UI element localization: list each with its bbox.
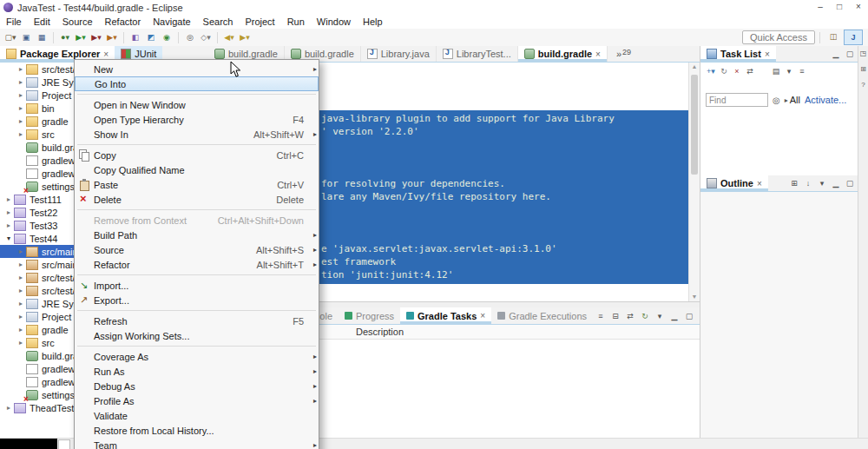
context-menu-item[interactable]: Build Path ▸ xyxy=(75,228,319,242)
minimize-button[interactable]: ▁ xyxy=(669,312,680,320)
back-dropdown[interactable]: ◀▾ xyxy=(222,30,236,44)
toolbar-icon[interactable] xyxy=(53,32,54,43)
expand-arrow-icon[interactable]: ▸ xyxy=(16,274,26,281)
view-menu-icon[interactable]: ▾ xyxy=(817,179,827,188)
search-button[interactable]: ◎ xyxy=(183,30,197,44)
context-menu-item[interactable]: ▸ xyxy=(75,142,319,148)
menu-item[interactable]: Navigate xyxy=(147,17,196,27)
expand-arrow-icon[interactable]: ▸ xyxy=(16,287,26,294)
expand-arrow-icon[interactable]: ▸ xyxy=(16,261,26,268)
link-with-editor-icon[interactable]: ⇄ xyxy=(745,67,755,76)
context-menu-item[interactable]: Show In Alt+Shift+W ▸ xyxy=(75,127,319,142)
expand-arrow-icon[interactable]: ▸ xyxy=(16,130,26,138)
menu-item[interactable]: Edit xyxy=(28,17,56,27)
expand-arrow-icon[interactable]: ▸ xyxy=(16,300,26,307)
new-class-button[interactable]: ◉ xyxy=(160,30,174,44)
context-menu-item[interactable]: Debug As ▸ xyxy=(75,379,319,393)
new-java-project-button[interactable]: ◧ xyxy=(128,30,142,44)
refresh-tasks-icon[interactable]: ↻ xyxy=(640,312,650,320)
menu-item[interactable]: Refactor xyxy=(99,17,148,27)
expand-arrow-icon[interactable]: ▸ xyxy=(3,195,14,203)
maximize-button[interactable]: ▢ xyxy=(845,50,855,58)
activate-link[interactable]: Activate... xyxy=(805,95,846,105)
expand-arrow-icon[interactable]: ▸ xyxy=(3,404,14,412)
context-menu-item[interactable]: Coverage As ▸ xyxy=(75,349,319,364)
close-view-icon[interactable]: × xyxy=(103,50,108,59)
coverage-dropdown[interactable]: ▶▾ xyxy=(89,30,103,44)
expand-arrow-icon[interactable]: ▸ xyxy=(16,65,26,73)
expand-arrow-icon[interactable]: ▸ xyxy=(16,326,26,333)
categorized-icon[interactable]: ▤ xyxy=(771,67,781,76)
new-junit-test-button[interactable]: ◩ xyxy=(144,30,158,44)
scroll-down-icon[interactable]: ▼ xyxy=(689,293,700,301)
view-menu-icon[interactable]: ▾ xyxy=(654,312,665,320)
maximize-button[interactable]: ▢ xyxy=(684,312,694,320)
link-with-editor-icon[interactable]: ⇄ xyxy=(625,312,635,320)
debug-dropdown[interactable]: ●▾ xyxy=(58,30,72,44)
context-menu-item[interactable]: Assign Working Sets... ▸ xyxy=(75,328,319,343)
context-menu-item[interactable]: ▸ xyxy=(75,207,319,213)
toolbar-icon[interactable] xyxy=(178,32,179,43)
minimize-button[interactable]: ▁ xyxy=(831,50,841,58)
context-menu-item[interactable]: Run As ▸ xyxy=(75,364,319,379)
context-menu-item[interactable]: Remove from Context Ctrl+Alt+Shift+Down … xyxy=(75,213,319,228)
expand-arrow-icon[interactable]: ▸ xyxy=(3,221,14,229)
expand-arrow-icon[interactable]: ▾ xyxy=(3,234,14,242)
context-menu-item[interactable]: Validate ▸ xyxy=(75,408,319,423)
save-all-button[interactable]: ▦ xyxy=(35,30,49,44)
context-menu-item[interactable]: New ▸ xyxy=(75,62,319,76)
search-icon[interactable]: ◎ xyxy=(773,96,780,105)
quick-access-button[interactable]: Quick Access xyxy=(742,30,815,44)
perspective-java-button[interactable]: J xyxy=(844,30,863,45)
synchronize-icon[interactable]: ↻ xyxy=(719,67,729,76)
expand-arrow-icon[interactable]: ▸ xyxy=(16,313,26,320)
delete-task-icon[interactable]: × xyxy=(732,67,742,76)
help-icon[interactable]: ? xyxy=(861,81,865,89)
editor-tab[interactable]: LibraryTest... × xyxy=(437,46,518,62)
expand-arrow-icon[interactable]: ▸ xyxy=(3,208,14,216)
menu-item[interactable]: Project xyxy=(239,17,280,27)
expand-arrow-icon[interactable]: ▸ xyxy=(16,248,26,255)
scope-selector[interactable]: ▸ All xyxy=(785,95,800,105)
sort-icon[interactable]: ↓ xyxy=(803,179,813,188)
context-menu-item[interactable]: Restore from Local History... ▸ xyxy=(75,423,319,438)
close-view-icon[interactable]: × xyxy=(757,179,762,188)
context-menu-item[interactable]: ▸ xyxy=(75,272,319,278)
perspective-other-button[interactable]: ◫ xyxy=(825,30,842,43)
filter-dropdown[interactable]: ▾ xyxy=(784,67,794,76)
context-menu-item[interactable]: Import... ▸ xyxy=(75,278,319,293)
run-dropdown[interactable]: ▶▾ xyxy=(74,30,88,44)
context-menu-item[interactable]: Copy Qualified Name ▸ xyxy=(75,162,319,177)
context-menu-item[interactable]: Export... ▸ xyxy=(75,293,319,307)
scroll-up-icon[interactable]: ▲ xyxy=(689,63,700,71)
context-menu-item[interactable]: Open Type Hierarchy F4 ▸ xyxy=(75,112,319,127)
menu-item[interactable]: Help xyxy=(357,17,389,27)
new-task-dropdown[interactable]: +▾ xyxy=(706,67,716,76)
expand-arrow-icon[interactable]: ▸ xyxy=(16,91,26,99)
bottom-view-tab[interactable]: Gradle Tasks × xyxy=(400,307,491,324)
context-menu-item[interactable]: ▸ xyxy=(75,343,319,349)
editor-tab[interactable]: Library.java × xyxy=(361,46,437,62)
scrollbar-thumb[interactable] xyxy=(691,75,698,175)
context-menu-item[interactable]: Profile As ▸ xyxy=(75,393,319,408)
expand-arrow-icon[interactable]: ▸ xyxy=(16,104,26,112)
close-window-button[interactable]: × xyxy=(849,1,868,14)
context-menu-item[interactable]: ▸ xyxy=(75,91,319,97)
tab-task-list[interactable]: Task List × xyxy=(700,46,776,62)
show-flat-icon[interactable]: ≡ xyxy=(595,312,606,320)
close-view-icon[interactable]: × xyxy=(480,311,485,320)
context-menu-item[interactable]: ▸ xyxy=(75,307,319,314)
restore-view-icon[interactable]: ◳ xyxy=(860,50,867,57)
context-menu-item[interactable]: Copy Ctrl+C ▸ xyxy=(75,148,319,162)
new-wizard-dropdown[interactable]: ▢▾ xyxy=(3,30,17,44)
maximize-window-button[interactable]: □ xyxy=(830,1,849,14)
context-menu-item[interactable]: Refresh F5 ▸ xyxy=(75,314,319,328)
tab-outline[interactable]: Outline × xyxy=(700,175,768,191)
bottom-view-tab[interactable]: Gradle Executions × xyxy=(491,307,593,324)
context-menu-item[interactable]: Delete Delete ▸ xyxy=(75,192,319,207)
save-button[interactable]: ▣ xyxy=(19,30,33,44)
close-tab-icon[interactable]: × xyxy=(595,50,601,59)
expand-all-icon[interactable]: ⊞ xyxy=(789,179,799,188)
menu-item[interactable]: Run xyxy=(281,17,311,27)
context-menu-item[interactable]: Paste Ctrl+V ▸ xyxy=(75,177,319,192)
